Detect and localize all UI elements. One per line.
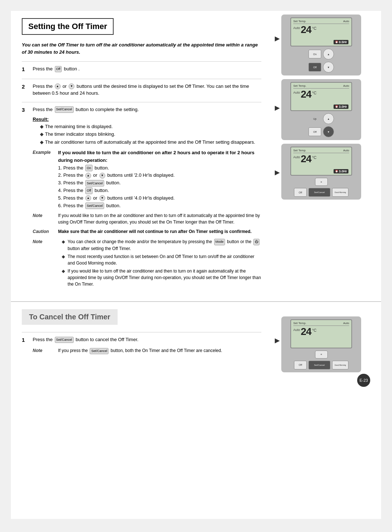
remote-3-timer-val: 3.0Hr bbox=[339, 169, 347, 173]
remote-4-arrow: ▶ bbox=[275, 336, 280, 344]
remote-1-header: Set Temp.Auto bbox=[293, 20, 349, 24]
remote-3-unit: °C bbox=[312, 155, 317, 160]
example-label: Example bbox=[33, 149, 58, 209]
note-2-item-1: ◆ You can check or change the mode and/o… bbox=[62, 238, 261, 252]
remote-3-btn-row-1: ≡ bbox=[315, 178, 328, 186]
remote-4-header: Set Temp.Auto bbox=[293, 322, 349, 326]
cancel-title-container: To Cancel the Off Timer bbox=[22, 309, 261, 325]
note-1-label: Note bbox=[33, 212, 58, 225]
note-2-block: Note ◆ You can check or change the mode … bbox=[33, 238, 261, 289]
remote-1-up-btn[interactable]: ▲ bbox=[323, 49, 334, 60]
remote-2-screen: Set Temp.Auto Auto 24 °C ⏰ 3.0Hr bbox=[290, 82, 352, 111]
page-footer: E-23 bbox=[11, 376, 381, 390]
remote-3-screen: Set Temp.Auto Auto 24 °C ⏰ 3.0Hr bbox=[290, 147, 352, 176]
remote-2-wrapper: Set Temp.Auto Auto 24 °C ⏰ 3.0Hr bbox=[281, 79, 372, 140]
remote-4-screen: Set Temp.Auto Auto 24 °C bbox=[290, 319, 352, 348]
remote-2-arrow: ▶ bbox=[275, 104, 280, 112]
remote-1-screen: Set Temp.Auto Auto 24 °C ⏰ 0.5Hr bbox=[290, 17, 352, 46]
remote-1-off-btn[interactable]: Off bbox=[309, 63, 321, 71]
cancel-right-col: Set Temp.Auto Auto 24 °C ≡ Off Set/Canc bbox=[272, 302, 381, 376]
note-2-item-3: ◆ If you would like to turn off the air … bbox=[62, 268, 261, 287]
down-btn-ex2: ▼ bbox=[99, 195, 105, 201]
result-label: Result: bbox=[33, 116, 49, 122]
remote-1-wrapper: Set Temp.Auto Auto 24 °C ⏰ 0.5Hr bbox=[281, 15, 372, 75]
setcancel-btn-ex1: Set/Cancel bbox=[85, 180, 104, 187]
remote-3-header: Set Temp.Auto bbox=[293, 149, 349, 153]
remote-2-up-label: Up bbox=[309, 114, 321, 123]
example-block: Example If you would like to turn the ai… bbox=[33, 149, 261, 209]
off-btn-ex1: Off bbox=[85, 187, 93, 194]
remote-3-mode-btn[interactable]: ≡ bbox=[315, 178, 328, 186]
step-2-content: Press the ▲ or ▼ buttons until the desir… bbox=[33, 83, 261, 97]
result-block: Result: ◆ The remaining time is displaye… bbox=[33, 116, 261, 146]
remote-4-btn-row-1: ≡ bbox=[315, 351, 328, 359]
setting-left-col: Setting the Off Timer You can set the Of… bbox=[11, 11, 272, 301]
remote-1-down-btn[interactable]: ▼ bbox=[323, 62, 334, 73]
remote-1-unit: °C bbox=[312, 26, 317, 30]
note-1-block: Note If you would like to turn on the ai… bbox=[33, 212, 261, 225]
remote-1-on-btn[interactable]: On bbox=[309, 50, 321, 58]
remote-3-btn-row-2: Off Set/Cancel Good Morning bbox=[294, 188, 348, 197]
step-3: 3 Press the Set/Cancel button to complet… bbox=[22, 102, 261, 289]
setting-title: Setting the Off Timer bbox=[22, 18, 114, 35]
step-3-content: Press the Set/Cancel button to complete … bbox=[33, 106, 261, 289]
remote-1-timer-val: 0.5Hr bbox=[339, 40, 347, 44]
step-1: 1 Press the Off button . bbox=[22, 61, 261, 74]
remote-1-btn-row-2: Off ▼ bbox=[309, 62, 334, 73]
remote-3-timer: ⏰ 3.0Hr bbox=[334, 169, 348, 173]
note-2-item-2: ◆ The most recently used function is set… bbox=[62, 253, 261, 266]
caution-label: Caution bbox=[33, 228, 58, 235]
remote-3-auto: Auto bbox=[293, 155, 300, 159]
remote-2-up-btn[interactable]: ▲ bbox=[323, 113, 334, 124]
step-2: 2 Press the ▲ or ▼ buttons until the des… bbox=[22, 79, 261, 97]
up-button-icon: ▲ bbox=[55, 83, 61, 89]
example-content: If you would like to turn the air condit… bbox=[58, 149, 261, 209]
note-1-content: If you would like to turn on the air con… bbox=[58, 212, 261, 225]
up-btn-ex1: ▲ bbox=[85, 173, 91, 179]
remote-2-temp: 24 bbox=[301, 89, 311, 99]
remote-4-off-btn[interactable]: Off bbox=[294, 361, 307, 369]
remote-2-unit: °C bbox=[312, 91, 317, 95]
remote-3-setcancel-btn[interactable]: Set/Cancel bbox=[309, 188, 330, 197]
cancel-note-content: If you press the Set/Cancel button, both… bbox=[58, 347, 261, 354]
remote-2-btn-row-2: Off ▼ bbox=[309, 126, 334, 137]
remote-1: Set Temp.Auto Auto 24 °C ⏰ 0.5Hr bbox=[281, 15, 361, 75]
cancel-step-1-content: Press the Set/Cancel button to cancel th… bbox=[33, 336, 261, 354]
remote-2-timer-val: 3.0Hr bbox=[339, 105, 347, 109]
remote-1-arrow: ▶ bbox=[275, 34, 280, 42]
setcancel-button-cancel: Set/Cancel bbox=[55, 337, 74, 343]
result-item-2: ◆ The timer indicator stops blinking. bbox=[40, 131, 261, 138]
cancel-note-label: Note bbox=[33, 347, 58, 354]
result-item-3: ◆ The air conditioner turns off automati… bbox=[40, 139, 261, 146]
remote-4-unit: °C bbox=[312, 328, 317, 332]
remote-4-wrapper: Set Temp.Auto Auto 24 °C ≡ Off Set/Canc bbox=[281, 316, 372, 372]
remote-4-mode-btn[interactable]: ≡ bbox=[315, 351, 328, 359]
remote-3-good-morning-btn[interactable]: Good Morning bbox=[332, 188, 348, 197]
remote-3-temp: 24 bbox=[301, 154, 311, 164]
remote-2: Set Temp.Auto Auto 24 °C ⏰ 3.0Hr bbox=[281, 79, 361, 140]
caution-block: Caution Make sure that the air condition… bbox=[33, 228, 261, 235]
up-btn-ex2: ▲ bbox=[85, 195, 91, 201]
note-2-label: Note bbox=[33, 238, 58, 289]
cancel-title: To Cancel the Off Timer bbox=[22, 309, 118, 325]
remote-2-btn-row-1: Up ▲ bbox=[309, 113, 334, 124]
remote-1-temp: 24 bbox=[301, 25, 311, 35]
remote-4-auto: Auto bbox=[293, 328, 300, 332]
cancel-section: To Cancel the Off Timer 1 Press the Set/… bbox=[11, 302, 381, 376]
remote-2-down-btn[interactable]: ▼ bbox=[323, 126, 334, 137]
mode-io-btn-note: ⏻ bbox=[253, 239, 260, 245]
intro-text: You can set the Off Timer to turn off th… bbox=[22, 41, 261, 56]
page-number: E-23 bbox=[357, 374, 370, 387]
remote-3-off-btn[interactable]: Off bbox=[294, 188, 307, 197]
remote-4-good-morning-btn[interactable]: Good Morning bbox=[332, 361, 348, 369]
setcancel-btn-note: Set/Cancel bbox=[90, 348, 109, 355]
remote-2-off-btn[interactable]: Off bbox=[309, 127, 321, 136]
remote-1-btn-row-1: On ▲ bbox=[309, 49, 334, 60]
remote-4-temp: 24 bbox=[301, 327, 311, 337]
step-2-num: 2 bbox=[22, 83, 33, 97]
remote-2-header: Set Temp.Auto bbox=[293, 84, 349, 89]
step-3-num: 3 bbox=[22, 106, 33, 289]
cancel-left-col: To Cancel the Off Timer 1 Press the Set/… bbox=[11, 302, 272, 376]
remote-4-setcancel-btn[interactable]: Set/Cancel bbox=[309, 361, 330, 369]
caution-content: Make sure that the air conditioner will … bbox=[58, 228, 261, 235]
